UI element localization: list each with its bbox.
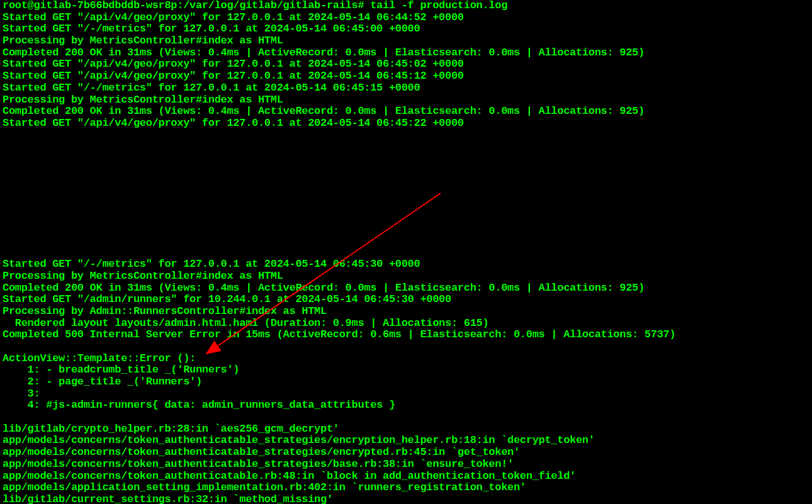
terminal-line xyxy=(3,141,809,153)
terminal-line xyxy=(3,153,809,165)
terminal-line: app/models/concerns/token_authenticatabl… xyxy=(3,435,809,447)
terminal-line: Rendered layout layouts/admin.html.haml … xyxy=(3,318,809,330)
terminal-line: 1: - breadcrumb_title _('Runners') xyxy=(3,364,809,376)
terminal-line: app/models/concerns/token_authenticatabl… xyxy=(3,459,809,471)
terminal-line: app/models/concerns/token_authenticatabl… xyxy=(3,447,809,459)
terminal-line: Processing by MetricsController#index as… xyxy=(3,271,809,283)
terminal-line: Completed 200 OK in 31ms (Views: 0.4ms |… xyxy=(3,283,809,294)
terminal-line: lib/gitlab/current_settings.rb:32:in `me… xyxy=(3,494,809,504)
terminal-line: Completed 200 OK in 31ms (Views: 0.4ms |… xyxy=(3,47,809,59)
terminal-line xyxy=(3,165,809,177)
terminal-line: root@gitlab-7b66bdbddb-wsr8p:/var/log/gi… xyxy=(3,0,809,12)
terminal-line: Started GET "/-/metrics" for 127.0.0.1 a… xyxy=(3,82,809,94)
terminal-line: app/models/application_setting_implement… xyxy=(3,482,809,494)
terminal-line xyxy=(3,412,809,423)
terminal-line xyxy=(3,176,809,188)
terminal-line: lib/gitlab/crypto_helper.rb:28:in `aes25… xyxy=(3,423,809,435)
terminal-line: app/models/concerns/token_authenticatabl… xyxy=(3,471,809,483)
terminal-line: Started GET "/-/metrics" for 127.0.0.1 a… xyxy=(3,259,809,271)
terminal-line: 4: #js-admin-runners{ data: admin_runner… xyxy=(3,400,809,412)
terminal-line xyxy=(3,247,809,259)
terminal-line: 3: xyxy=(3,388,809,400)
terminal-line: Started GET "/api/v4/geo/proxy" for 127.… xyxy=(3,59,809,70)
terminal-line: Started GET "/api/v4/geo/proxy" for 127.… xyxy=(3,70,809,82)
terminal-line: Completed 500 Internal Server Error in 1… xyxy=(3,329,809,341)
terminal-line: Started GET "/-/metrics" for 127.0.0.1 a… xyxy=(3,23,809,35)
terminal-output: root@gitlab-7b66bdbddb-wsr8p:/var/log/gi… xyxy=(3,0,809,504)
terminal-line xyxy=(3,130,809,142)
terminal-line xyxy=(3,223,809,235)
terminal-line: Started GET "/admin/runners" for 10.244.… xyxy=(3,294,809,306)
terminal-line: Processing by MetricsController#index as… xyxy=(3,35,809,47)
terminal-line xyxy=(3,188,809,200)
terminal-line: Started GET "/api/v4/geo/proxy" for 127.… xyxy=(3,12,809,24)
terminal-line: Processing by MetricsController#index as… xyxy=(3,94,809,106)
terminal-line xyxy=(3,200,809,212)
terminal-line: Started GET "/api/v4/geo/proxy" for 127.… xyxy=(3,118,809,130)
terminal-line: Processing by Admin::RunnersController#i… xyxy=(3,306,809,318)
terminal-line xyxy=(3,235,809,247)
terminal-line: ActionView::Template::Error (): xyxy=(3,353,809,365)
terminal-line xyxy=(3,341,809,353)
terminal-line: 2: - page_title _('Runners') xyxy=(3,376,809,388)
terminal-line xyxy=(3,211,809,223)
terminal-line: Completed 200 OK in 31ms (Views: 0.4ms |… xyxy=(3,106,809,118)
